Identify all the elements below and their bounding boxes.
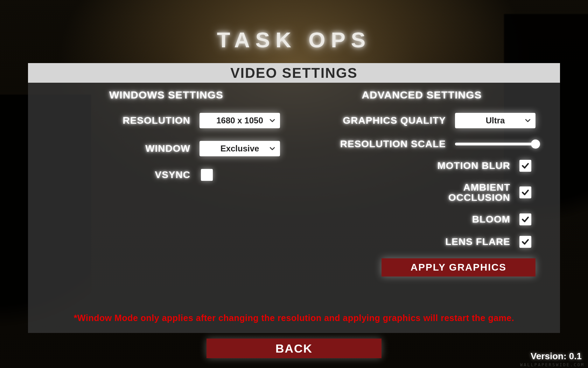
motion-blur-label: MOTION BLUR: [437, 161, 510, 171]
vsync-row: VSYNC: [52, 169, 280, 181]
chevron-down-icon: [270, 118, 275, 123]
chevron-down-icon: [525, 118, 531, 123]
resolution-scale-slider[interactable]: [455, 139, 536, 149]
game-title: TASK OPS: [0, 27, 588, 52]
bloom-label: BLOOM: [472, 214, 510, 224]
vsync-checkbox[interactable]: [201, 169, 213, 181]
window-mode-row: WINDOW Exclusive: [52, 141, 280, 156]
settings-panel: VIDEO SETTINGS WINDOWS SETTINGS RESOLUTI…: [28, 63, 560, 333]
apply-graphics-label: APPLY GRAPHICS: [411, 262, 506, 273]
slider-thumb[interactable]: [531, 139, 540, 149]
ambient-occlusion-checkbox[interactable]: [519, 186, 531, 198]
back-button[interactable]: BACK: [206, 339, 382, 358]
windows-settings-column: WINDOWS SETTINGS RESOLUTION 588 x 368 …: [38, 83, 294, 277]
vsync-label: VSYNC: [155, 170, 190, 180]
graphics-quality-row: GRAPHICS QUALITY Ultra: [308, 113, 536, 128]
watermark: WALLPAPERSWIDE.COM: [520, 362, 584, 367]
window-mode-label: WINDOW: [145, 143, 190, 154]
lens-flare-label: LENS FLARE: [445, 237, 510, 247]
bloom-row: BLOOM: [308, 213, 536, 225]
apply-graphics-button[interactable]: APPLY GRAPHICS: [382, 258, 536, 277]
ambient-occlusion-row: AMBIENT OCCLUSION: [308, 182, 536, 203]
resolution-label: RESOLUTION: [122, 115, 190, 125]
resolution-scale-row: RESOLUTION SCALE: [308, 139, 536, 149]
graphics-quality-select[interactable]: Ultra: [455, 113, 536, 128]
windows-settings-heading: WINDOWS SETTINGS: [52, 89, 280, 101]
ambient-occlusion-label: AMBIENT OCCLUSION: [412, 182, 510, 203]
panel-title: VIDEO SETTINGS: [230, 65, 358, 81]
advanced-settings-column: ADVANCED SETTINGS GRAPHICS QUALITY Ultra…: [294, 83, 550, 277]
resolution-select[interactable]: 588 x 368: [200, 113, 280, 128]
motion-blur-row: MOTION BLUR: [308, 160, 536, 172]
motion-blur-checkbox[interactable]: [519, 160, 531, 172]
graphics-quality-label: GRAPHICS QUALITY: [343, 115, 446, 125]
back-button-label: BACK: [275, 342, 313, 355]
lens-flare-checkbox[interactable]: [519, 236, 531, 248]
window-mode-select[interactable]: Exclusive: [200, 141, 280, 156]
chevron-down-icon: [270, 146, 275, 151]
bloom-checkbox[interactable]: [519, 213, 531, 225]
resolution-scale-label: RESOLUTION SCALE: [340, 139, 446, 149]
resolution-value: 588 x 368: [216, 116, 263, 125]
resolution-row: RESOLUTION 588 x 368: [52, 113, 280, 128]
window-mode-value: Exclusive: [220, 144, 259, 154]
slider-track: [455, 143, 536, 145]
footer-note: *Window Mode only applies after changing…: [28, 313, 560, 323]
graphics-quality-value: Ultra: [486, 116, 505, 125]
panel-header: VIDEO SETTINGS: [28, 63, 560, 83]
advanced-settings-heading: ADVANCED SETTINGS: [308, 89, 536, 101]
version-label: Version: 0.1: [531, 351, 582, 362]
lens-flare-row: LENS FLARE: [308, 236, 536, 248]
